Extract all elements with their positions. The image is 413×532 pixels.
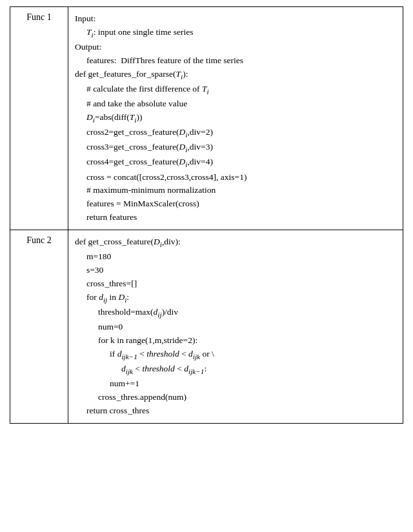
line: cross _thres=[]	[75, 277, 396, 291]
line: features: DiffThres feature of the time …	[75, 54, 396, 68]
line: return features	[75, 211, 396, 224]
func2-code: def get _cross _feature(Di,div): m=180 s…	[68, 230, 403, 424]
line: Output:	[75, 41, 396, 54]
line: num=0	[75, 320, 396, 334]
line: if dijk−1 < threshold < dijk or \	[75, 348, 396, 362]
line: dijk < threshold < dijk−1:	[75, 362, 396, 377]
line: # and take the absolute value	[75, 97, 396, 111]
line: for dij in Di:	[75, 291, 396, 306]
line: for k in range(1,m,stride=2):	[75, 334, 396, 348]
line: # calculate the first difference of Ti	[75, 83, 396, 97]
line: num+=1	[75, 377, 396, 391]
line: # maximum-minimum normalization	[75, 184, 396, 197]
line: cross4=get _cross _feature(Di,div=4)	[75, 155, 396, 170]
line: cross _thres.append(num)	[75, 391, 396, 404]
line: def get _features _for _sparse(Ti):	[75, 68, 396, 83]
func2-row: Func 2 def get _cross _feature(Di,div): …	[10, 230, 403, 424]
line: features = MinMaxScaler(cross)	[75, 197, 396, 211]
line: cross3=get _cross _feature(Di,div=3)	[75, 141, 396, 155]
line: return cross _thres	[75, 404, 396, 418]
line: cross2=get _cross _feature(Di,div=2)	[75, 126, 396, 141]
func1-code: Input: Ti: input one single time series …	[68, 7, 403, 230]
func2-label: Func 2	[10, 230, 68, 424]
line: Di=abs(diff(Ti))	[75, 111, 396, 126]
line: cross = concat([cross2,cross3,cross4], a…	[75, 171, 396, 184]
line: m=180	[75, 250, 396, 264]
line: Ti: input one single time series	[75, 26, 396, 41]
line: s=30	[75, 264, 396, 277]
func1-row: Func 1 Input: Ti: input one single time …	[10, 7, 403, 230]
line: def get _cross _feature(Di,div):	[75, 235, 396, 250]
func1-label: Func 1	[10, 7, 68, 230]
algorithm-table: Func 1 Input: Ti: input one single time …	[10, 6, 403, 424]
line: threshold=max(dij)/div	[75, 306, 396, 320]
line: Input:	[75, 12, 396, 26]
